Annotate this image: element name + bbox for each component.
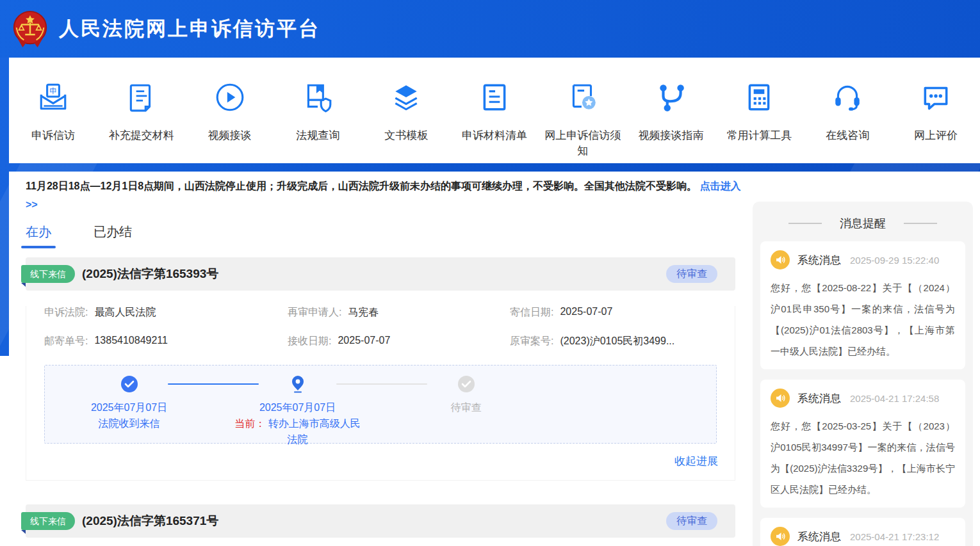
timeline-step-pending: 待审查 [382,374,550,447]
speaker-icon [771,527,790,546]
message-card[interactable]: 系统消息 2025-04-21 17:24:58 您好，您【2025-03-25… [760,380,965,508]
nav-label: 常用计算工具 [726,128,792,143]
nav-item-wenshu-muban[interactable]: 文书模板 [362,81,450,143]
title-dash-left [788,223,822,224]
document-icon [125,81,158,114]
nav-item-jisuan-gongju[interactable]: 常用计算工具 [715,81,804,143]
case-card-2: 线下来信 (2025)法信字第165371号 待审查 [26,504,735,546]
status-badge: 待审查 [666,265,717,283]
field-value: 马宪春 [348,306,379,319]
field-label: 邮寄单号: [44,335,88,348]
message-time: 2025-04-21 17:24:58 [850,393,939,404]
case-header: 线下来信 (2025)法信字第165371号 待审查 [26,504,735,538]
document-star-icon [566,81,600,114]
nav-item-shensu-xinfang[interactable]: 申 申诉信访 [9,81,97,143]
nav-label: 申诉信访 [31,128,75,143]
case-tabs: 在办 已办结 [26,224,746,248]
case-number: (2025)法信字第165371号 [82,513,218,529]
timeline-step-current: 2025年07月07日 当前： 转办上海市高级人民法院 [213,374,382,447]
nav-label: 在线咨询 [826,128,869,143]
offline-letter-badge: 线下来信 [21,512,75,530]
nav-label: 视频接谈 [208,128,252,143]
field-value: 最高人民法院 [94,306,156,319]
timeline-label: 法院收到来信 [62,415,197,431]
message-card[interactable]: 系统消息 2025-04-21 17:23:12 [760,518,965,546]
message-time: 2025-09-29 15:22:40 [850,255,939,266]
nav-item-fagui-chaxun[interactable]: 法规查询 [274,81,362,143]
field-label: 原审案号: [510,335,553,348]
nav-label: 网上申诉信访须知 [544,128,622,159]
offline-letter-badge: 线下来信 [21,265,75,283]
branch-icon [655,81,688,114]
tab-yibanjie[interactable]: 已办结 [94,223,132,248]
nav-label: 文书模板 [384,128,428,143]
notice-text: 11月28日18点—12月1日8点期间，山西法院停止使用；升级完成后，山西法院升… [26,181,697,191]
svg-text:申: 申 [49,87,56,95]
message-time: 2025-04-21 17:23:12 [850,531,939,542]
nav-item-shipin-jietan[interactable]: 视频接谈 [186,81,274,143]
timeline-connector-done [168,383,259,385]
case-card-1: 线下来信 (2025)法信字第165393号 待审查 申诉法院:最高人民法院 再… [26,257,735,481]
speaker-icon [771,389,790,408]
tab-zaiban[interactable]: 在办 [26,223,51,248]
header: 人民法院网上申诉信访平台 [0,0,980,58]
layers-icon [389,81,423,114]
content-left: 11月28日18点—12月1日8点期间，山西法院停止使用；升级完成后，山西法院升… [26,172,746,546]
field-label: 申诉法院: [44,306,88,319]
icon-navbar: 申 申诉信访 补充提交材料 视频接谈 [9,58,980,163]
check-circle-done-icon [120,374,138,394]
check-circle-pending-icon [457,374,475,394]
message-source: 系统消息 [797,391,841,406]
nav-label: 网上评价 [914,128,958,143]
nav-label: 补充提交材料 [109,128,174,143]
field-value: 2025-07-07 [560,306,612,319]
message-panel-title: 消息提醒 [760,216,965,231]
field-value: 2025-07-07 [338,335,390,348]
nav-item-zaixian-zixun[interactable]: 在线咨询 [803,81,892,143]
court-emblem-logo [10,9,50,49]
nav-label: 申诉材料清单 [462,128,527,143]
current-prefix: 当前： [234,418,265,429]
nav-item-cailiao-qingdan[interactable]: 申诉材料清单 [450,81,539,143]
mail-letter-icon: 申 [37,81,70,114]
message-sidebar: 消息提醒 系统消息 2025-09-29 15:22:40 您好，您【2025-… [753,202,973,546]
nav-item-buchong-cailiao[interactable]: 补充提交材料 [97,81,186,143]
book-shield-icon [301,81,334,114]
nav-item-xinfang-xuzhi[interactable]: 网上申诉信访须知 [539,81,627,159]
field-value: 1385410849211 [94,335,168,348]
chat-bubble-icon [919,81,952,114]
system-notice: 11月28日18点—12月1日8点期间，山西法院停止使用；升级完成后，山西法院升… [26,172,744,214]
speaker-icon [771,250,790,269]
main-panel: 11月28日18点—12月1日8点期间，山西法院停止使用；升级完成后，山西法院升… [9,172,980,546]
nav-label: 法规查询 [296,128,339,143]
field-label: 寄信日期: [510,306,553,319]
timeline-date: 2025年07月07日 [259,400,336,415]
case-number: (2025)法信字第165393号 [82,266,218,282]
location-pin-icon [290,374,306,394]
message-source: 系统消息 [797,529,841,544]
card-footer: 收起进展 [26,444,735,480]
calculator-icon [742,81,776,114]
field-label: 接收日期: [288,335,331,348]
timeline-date: 2025年07月07日 [91,400,167,415]
message-source: 系统消息 [797,253,841,268]
play-circle-icon [213,81,247,114]
current-label: 转办上海市高级人民法院 [268,418,361,445]
message-body: 您好，您【2025-08-22】关于【（2024）沪01民申350号】一案的来信… [771,277,955,362]
nav-item-jietan-zhinan[interactable]: 视频接谈指南 [627,81,715,143]
nav-item-wangshang-pingjia[interactable]: 网上评价 [892,81,980,143]
timeline-connector-pending [336,383,427,385]
status-badge: 待审查 [666,512,717,530]
nav-label: 视频接谈指南 [639,128,704,143]
case-header: 线下来信 (2025)法信字第165393号 待审查 [26,257,735,291]
field-value: (2023)沪0105民初3499... [560,335,674,348]
collapse-progress-link[interactable]: 收起进展 [674,455,718,467]
message-body: 您好，您【2025-03-25】关于【（2023）沪0105民初34997号】一… [771,415,955,500]
title-dash-right [904,223,937,224]
message-card[interactable]: 系统消息 2025-09-29 15:22:40 您好，您【2025-08-22… [760,241,965,369]
timeline-label: 当前： 转办上海市高级人民法院 [231,415,365,447]
case-body: 申诉法院:最高人民法院 再审申请人:马宪春 寄信日期:2025-07-07 邮寄… [26,306,735,481]
list-document-icon [478,81,511,114]
progress-timeline: 2025年07月07日 法院收到来信 2025年0 [44,365,717,444]
headset-icon [831,81,864,114]
